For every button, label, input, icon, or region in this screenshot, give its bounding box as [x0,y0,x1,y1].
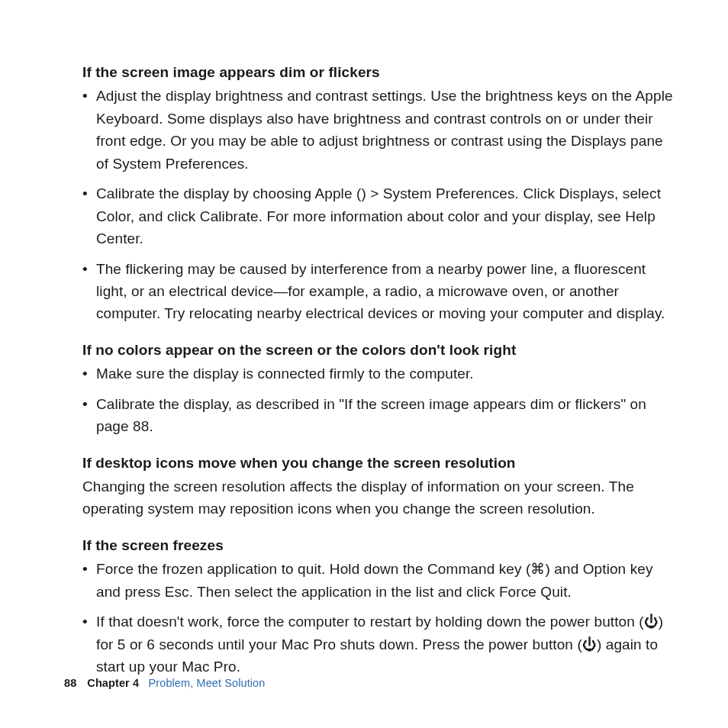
body-text: Calibrate the display by choosing Apple … [96,185,361,201]
body-text: Changing the screen resolution affects t… [82,475,675,520]
heading-colors: If no colors appear on the screen or the… [82,339,675,361]
list-item: The flickering may be caused by interfer… [82,258,675,325]
body-text: The flickering may be caused by interfer… [96,261,665,322]
list-item: Adjust the display brightness and contra… [82,85,675,175]
section-colors: If no colors appear on the screen or the… [82,339,675,438]
section-desktop-icons: If desktop icons move when you change th… [82,452,675,520]
list-screen-freeze: Force the frozen application to quit. Ho… [82,558,675,678]
list-item: If that doesn't work, force the computer… [82,610,675,678]
list-dim-flicker: Adjust the display brightness and contra… [82,85,675,324]
body-text: Adjust the display brightness and contra… [96,88,673,171]
document-page: If the screen image appears dim or flick… [0,0,728,728]
heading-screen-freeze: If the screen freezes [82,534,675,556]
list-item: Make sure the display is connected firml… [82,362,675,385]
section-screen-freeze: If the screen freezes Force the frozen a… [82,534,675,678]
list-item: Force the frozen application to quit. Ho… [82,558,675,603]
body-text: If that doesn't work, force the computer… [96,614,644,630]
chapter-title: Problem, Meet Solution [149,677,266,689]
command-key-icon: ⌘ [530,561,545,577]
heading-desktop-icons: If desktop icons move when you change th… [82,452,675,474]
chapter-label: Chapter 4 [87,677,139,689]
section-dim-flicker: If the screen image appears dim or flick… [82,61,675,325]
list-colors: Make sure the display is connected firml… [82,362,675,437]
body-text: Make sure the display is connected firml… [96,366,474,382]
body-text: Calibrate the display, as described in "… [96,396,646,434]
page-footer: 88 Chapter 4 Problem, Meet Solution [64,678,265,689]
page-number: 88 [64,678,76,689]
list-item: Calibrate the display by choosing Apple … [82,182,675,250]
heading-dim-flicker: If the screen image appears dim or flick… [82,61,675,83]
list-item: Calibrate the display, as described in "… [82,393,675,438]
body-text: Force the frozen application to quit. Ho… [96,561,530,577]
power-icon: ⏻ [582,636,597,652]
power-icon: ⏻ [644,614,659,630]
